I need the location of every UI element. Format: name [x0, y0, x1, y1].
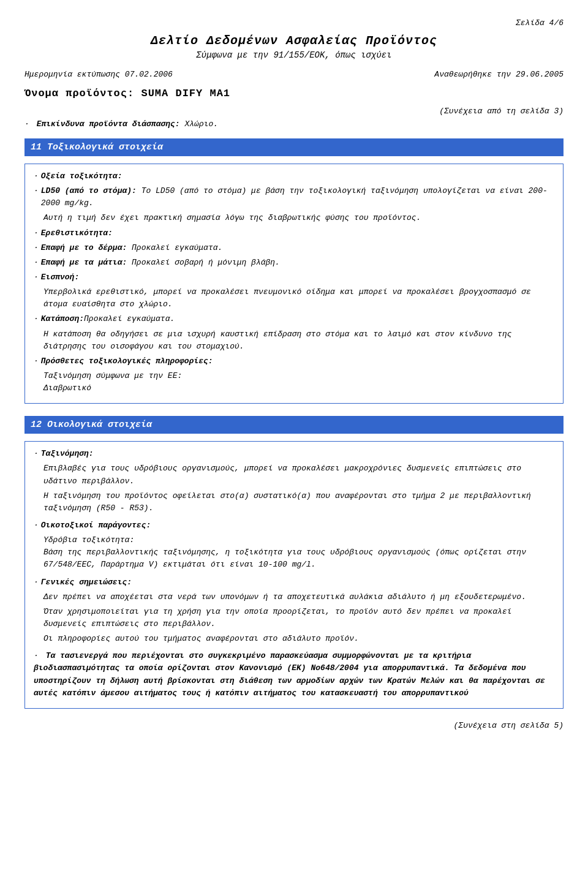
section-12-header: 12 Οικολογικά στοιχεία	[24, 416, 564, 434]
review-date: Αναθεωρήθηκε την 29.06.2005	[434, 70, 564, 79]
meta-row: Ημερομηνία εκτύπωσης 07.02.2006 Αναθεωρή…	[24, 70, 564, 79]
bottom-continuation: (Συνέχεια στη σελίδα 5)	[24, 721, 564, 730]
page-number: Σελίδα 4/6	[24, 18, 564, 28]
danger-section: · Επικίνδυνα προϊόντα διάσπασης: Χλώριο.	[24, 119, 564, 129]
product-name: Όνομα προϊόντος: SUMA DIFY MA1	[24, 88, 564, 99]
main-title: Δελτίο Δεδομένων Ασφαλείας Προϊόντος	[24, 34, 564, 48]
section-11-header: 11 Τοξικολογικά στοιχεία	[24, 138, 564, 156]
subtitle: Σύμφωνα με την 91/155/ΕΟΚ, όπως ισχύει	[24, 50, 564, 60]
print-date: Ημερομηνία εκτύπωσης 07.02.2006	[24, 70, 173, 79]
continuation-from: (Συνέχεια από τη σελίδα 3)	[24, 107, 564, 116]
section-12-content: · Ταξινόμηση: Επιβλαβές για τους υδρόβιο…	[24, 441, 564, 709]
section-11-content: · Οξεία τοξικότητα: · LD50 (από το στόμα…	[24, 164, 564, 404]
